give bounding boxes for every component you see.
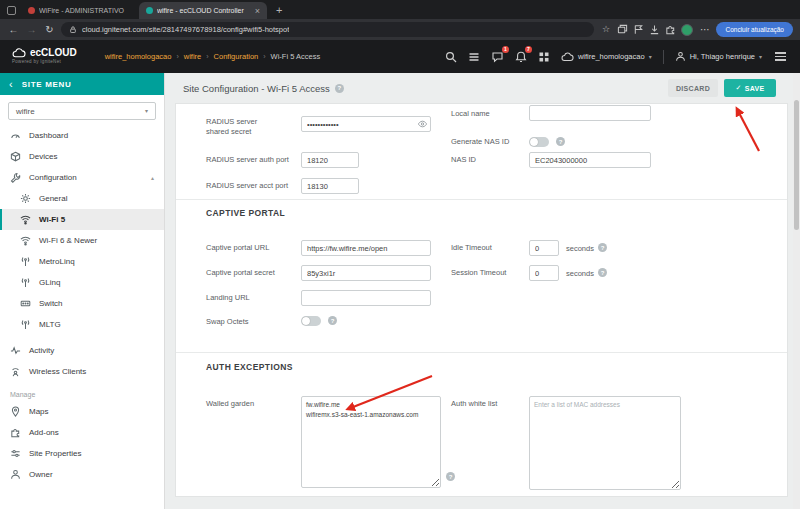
generate-nas-id-toggle[interactable] bbox=[529, 137, 549, 147]
browser-menu-icon[interactable]: ⋯ bbox=[698, 25, 711, 35]
config-form-card: RADIUS server shared secret RADIUS serve… bbox=[175, 103, 788, 497]
help-icon[interactable]: ? bbox=[556, 137, 565, 146]
page-scrollbar-track[interactable] bbox=[793, 73, 800, 509]
chevron-up-icon: ▴ bbox=[151, 174, 154, 181]
tab-favicon bbox=[28, 7, 35, 14]
new-tab-icon[interactable]: + bbox=[276, 4, 282, 16]
sidebar-item-switch[interactable]: Switch bbox=[0, 293, 164, 314]
cloud-icon bbox=[561, 52, 574, 62]
discard-button[interactable]: DISCARD bbox=[668, 79, 718, 97]
site-select[interactable]: wifire ▾ bbox=[8, 102, 156, 120]
captive-url-input[interactable] bbox=[301, 240, 431, 256]
help-icon[interactable]: ? bbox=[446, 472, 455, 481]
logo-tagline: Powered by IgniteNet bbox=[12, 60, 77, 65]
workspace-icon[interactable] bbox=[7, 6, 16, 15]
reload-icon[interactable]: ↻ bbox=[43, 25, 56, 35]
breadcrumb-site-group[interactable]: wifire_homologacao bbox=[105, 52, 172, 61]
sidebar-item-maps[interactable]: Maps bbox=[0, 401, 164, 422]
save-button[interactable]: ✓ SAVE bbox=[724, 79, 776, 97]
breadcrumb-site[interactable]: wifire bbox=[184, 52, 202, 61]
help-icon[interactable]: ? bbox=[598, 268, 607, 277]
walled-garden-textarea[interactable]: fw.wifire.me wifiremx.s3-sa-east-1.amazo… bbox=[301, 396, 441, 488]
shared-secret-label: RADIUS server shared secret bbox=[206, 117, 278, 137]
sidebar-item-activity[interactable]: Activity bbox=[0, 340, 164, 361]
check-icon: ✓ bbox=[736, 84, 742, 92]
collections-icon[interactable] bbox=[617, 24, 628, 35]
sidebar-item-devices[interactable]: Devices bbox=[0, 146, 164, 167]
close-tab-icon[interactable]: × bbox=[255, 6, 260, 16]
list-icon[interactable] bbox=[468, 51, 480, 63]
back-icon[interactable]: ← bbox=[7, 25, 20, 35]
swap-octets-toggle[interactable] bbox=[301, 316, 321, 326]
tab-title: wifire - ecCLOUD Controller bbox=[157, 7, 251, 14]
nas-id-input[interactable] bbox=[529, 152, 651, 168]
address-bar[interactable]: cloud.ignitenet.com/site/28147497678918/… bbox=[61, 22, 594, 37]
captive-secret-input[interactable] bbox=[301, 265, 431, 281]
browser-tab-eccloud[interactable]: wifire - ecCLOUD Controller × bbox=[139, 2, 267, 19]
sidebar-item-wifi6[interactable]: Wi-Fi 6 & Newer bbox=[0, 230, 164, 251]
activity-chart-icon bbox=[10, 345, 21, 356]
browser-update-button[interactable]: Concluir atualização bbox=[716, 22, 793, 37]
breadcrumb-section[interactable]: Configuration bbox=[214, 52, 259, 61]
wireless-clients-icon bbox=[10, 366, 21, 377]
page-help-icon[interactable]: ? bbox=[335, 84, 344, 93]
local-name-input[interactable] bbox=[529, 105, 651, 121]
chat-icon[interactable]: 1 bbox=[491, 51, 504, 63]
apps-grid-icon[interactable] bbox=[538, 51, 550, 63]
sidebar-item-metrolinq[interactable]: MetroLinq bbox=[0, 251, 164, 272]
eye-icon[interactable] bbox=[417, 119, 428, 129]
sidebar-item-wifi5[interactable]: Wi-Fi 5 bbox=[0, 209, 164, 230]
sidebar-item-mltg[interactable]: MLTG bbox=[0, 314, 164, 335]
sidebar-item-owner[interactable]: Owner bbox=[0, 464, 164, 485]
user-menu[interactable]: Hi, Thiago henrique ▾ bbox=[675, 51, 762, 62]
help-icon[interactable]: ? bbox=[328, 316, 337, 325]
tab-favicon bbox=[146, 7, 153, 14]
hamburger-menu-icon[interactable] bbox=[773, 50, 788, 63]
wifi-icon bbox=[20, 235, 31, 246]
auth-port-input[interactable] bbox=[301, 152, 359, 168]
downloads-icon[interactable] bbox=[649, 24, 660, 35]
sliders-icon bbox=[10, 448, 21, 459]
antenna-icon bbox=[20, 256, 31, 267]
idle-timeout-input[interactable] bbox=[529, 240, 559, 256]
captive-url-label: Captive portal URL bbox=[206, 243, 298, 253]
sidebar-item-site-properties[interactable]: Site Properties bbox=[0, 443, 164, 464]
sidebar-item-general[interactable]: General bbox=[0, 188, 164, 209]
page-scrollbar-thumb[interactable] bbox=[794, 100, 799, 230]
sidebar-item-addons[interactable]: Add-ons bbox=[0, 422, 164, 443]
bookmark-star-icon[interactable]: ☆ bbox=[599, 25, 612, 34]
sidebar-menu: Dashboard Devices Configuration ▴ Genera… bbox=[0, 125, 164, 485]
sidebar-item-configuration[interactable]: Configuration ▴ bbox=[0, 167, 164, 188]
auth-white-list-textarea[interactable] bbox=[529, 396, 681, 490]
bell-icon[interactable]: 7 bbox=[515, 51, 527, 63]
landing-url-input[interactable] bbox=[301, 290, 431, 306]
browser-tab-bar: WiFire - ADMINISTRATIVO wifire - ecCLOUD… bbox=[0, 0, 800, 19]
sidebar-item-label: Wi-Fi 5 bbox=[39, 215, 65, 224]
sidebar-item-wireless-clients[interactable]: Wireless Clients bbox=[0, 361, 164, 382]
acct-port-input[interactable] bbox=[301, 178, 359, 194]
sidebar-item-dashboard[interactable]: Dashboard bbox=[0, 125, 164, 146]
chevron-down-icon: ▾ bbox=[145, 108, 148, 114]
browser-profile-avatar[interactable] bbox=[681, 24, 693, 36]
pennant-flag-icon[interactable] bbox=[633, 24, 644, 35]
search-icon[interactable] bbox=[445, 51, 457, 63]
sidebar-item-label: MetroLinq bbox=[39, 257, 75, 266]
back-chevron-icon[interactable]: ‹ bbox=[9, 79, 13, 90]
session-timeout-input[interactable] bbox=[529, 265, 559, 281]
sidebar-item-label: Maps bbox=[29, 407, 49, 416]
account-switcher[interactable]: wifire_homologacao ▾ bbox=[561, 52, 652, 62]
app-header: ecCLOUD Powered by IgniteNet wifire_homo… bbox=[0, 40, 800, 73]
sidebar-item-glinq[interactable]: GLinq bbox=[0, 272, 164, 293]
user-greeting: Hi, Thiago henrique bbox=[690, 52, 755, 61]
manage-section-label: Manage bbox=[0, 382, 164, 401]
cloud-logo-icon bbox=[12, 48, 26, 58]
browser-tab-wifire-admin[interactable]: WiFire - ADMINISTRATIVO bbox=[21, 2, 139, 19]
extensions-puzzle-icon[interactable] bbox=[665, 24, 676, 35]
eccloud-logo: ecCLOUD Powered by IgniteNet bbox=[12, 48, 77, 65]
forward-icon[interactable]: → bbox=[25, 25, 38, 35]
acct-port-label: RADIUS server acct port bbox=[206, 181, 298, 191]
breadcrumb-current-page: Wi-Fi 5 Access bbox=[271, 52, 321, 61]
chevron-down-icon: ▾ bbox=[759, 54, 762, 60]
shared-secret-input[interactable] bbox=[301, 116, 431, 132]
help-icon[interactable]: ? bbox=[598, 243, 607, 252]
